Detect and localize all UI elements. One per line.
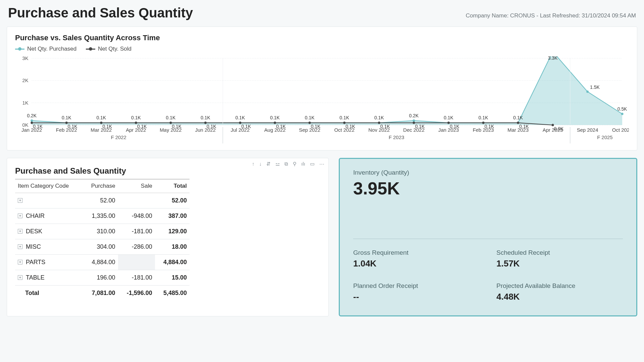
cell-code: DESK xyxy=(15,224,83,239)
svg-point-40 xyxy=(586,90,589,93)
svg-text:Jan 2023: Jan 2023 xyxy=(438,127,459,133)
svg-point-60 xyxy=(309,122,311,124)
drill-up-icon[interactable]: ↑ xyxy=(252,161,255,167)
col-code[interactable]: Item Category Code xyxy=(15,179,83,193)
svg-point-56 xyxy=(239,122,241,124)
category-table: Item Category Code Purchase Sale Total 5… xyxy=(15,179,190,301)
stats-icon[interactable]: ılı xyxy=(301,161,305,167)
kpi-divider xyxy=(353,239,623,239)
chart-legend: Net Qty. Purchased Net Qty. Sold xyxy=(15,46,629,52)
kpi-gross-req-value: 1.04K xyxy=(353,258,480,269)
cell-total-total: 5,485.00 xyxy=(155,286,190,301)
svg-point-8 xyxy=(31,119,33,122)
cell-total-sale: -1,596.00 xyxy=(118,286,155,301)
svg-point-74 xyxy=(552,124,554,126)
table-toolbar: ↑ ↓ ⇵ ⚍ ⧉ ⚲ ılı ▭ ⋯ xyxy=(252,161,324,167)
kpi-sched-rec-value: 1.57K xyxy=(496,258,623,269)
col-total[interactable]: Total xyxy=(155,179,190,193)
chart-title: Purchase vs. Sales Quantity Across Time xyxy=(15,34,629,42)
expand-icon[interactable] xyxy=(18,260,22,264)
focus-icon[interactable]: ▭ xyxy=(310,161,315,167)
cell-total: 387.00 xyxy=(155,208,190,224)
svg-text:Jun 2022: Jun 2022 xyxy=(195,127,216,133)
cell-sale xyxy=(118,255,155,270)
cell-total: 52.00 xyxy=(155,193,190,208)
expand-all-icon[interactable]: ⇵ xyxy=(266,161,271,167)
col-sale[interactable]: Sale xyxy=(118,179,155,193)
table-row[interactable]: DESK310.00-181.00129.00 xyxy=(15,224,190,239)
expand-icon[interactable] xyxy=(18,214,22,218)
kpi-inventory-label: Inventory (Quantity) xyxy=(353,169,623,176)
kpi-planned: Planned Order Receipt -- xyxy=(353,282,480,302)
svg-point-46 xyxy=(65,122,68,124)
kpi-sched-rec-label: Scheduled Receipt xyxy=(496,249,623,256)
svg-text:Jul 2022: Jul 2022 xyxy=(231,127,250,133)
expand-icon[interactable] xyxy=(18,244,22,249)
svg-text:Nov 2022: Nov 2022 xyxy=(368,127,390,133)
kpi-projected: Projected Available Balance 4.48K xyxy=(496,282,623,302)
svg-point-54 xyxy=(204,122,207,124)
expand-icon[interactable] xyxy=(18,275,22,280)
svg-point-58 xyxy=(274,122,276,124)
expand-icon[interactable] xyxy=(18,198,22,203)
col-purchase[interactable]: Purchase xyxy=(83,179,118,193)
expand-icon[interactable] xyxy=(18,229,22,234)
svg-text:0.5K: 0.5K xyxy=(618,106,627,112)
kpi-gross-req: Gross Requirement 1.04K xyxy=(353,249,480,269)
legend-item-purchased[interactable]: Net Qty. Purchased xyxy=(15,46,76,52)
cell-sale xyxy=(118,193,155,208)
cell-total: 129.00 xyxy=(155,224,190,239)
cell-code: MISC xyxy=(15,239,83,255)
svg-text:0.1K: 0.1K xyxy=(444,115,453,120)
more-options-icon[interactable]: ⋯ xyxy=(319,161,324,167)
svg-text:May 2022: May 2022 xyxy=(160,127,181,133)
kpi-gross-req-label: Gross Requirement xyxy=(353,249,480,256)
cell-code: CHAIR xyxy=(15,208,83,224)
table-card: ↑ ↓ ⇵ ⚍ ⧉ ⚲ ılı ▭ ⋯ Purchase and Sales Q… xyxy=(7,158,329,316)
svg-text:3K: 3K xyxy=(22,56,29,61)
svg-point-72 xyxy=(517,122,519,124)
table-row[interactable]: 52.0052.00 xyxy=(15,193,190,208)
svg-text:Sep 2022: Sep 2022 xyxy=(299,127,320,133)
kpi-inventory-value: 3.95K xyxy=(353,178,623,198)
svg-text:Mar 2022: Mar 2022 xyxy=(91,127,112,133)
company-info: Company Name: CRONUS - Last Refreshed: 3… xyxy=(466,12,636,19)
svg-text:0.1K: 0.1K xyxy=(270,115,280,120)
hierarchy-icon[interactable]: ⚍ xyxy=(275,161,280,167)
legend-item-sold[interactable]: Net Qty. Sold xyxy=(86,46,131,52)
svg-point-70 xyxy=(482,122,484,124)
chart-card: Purchase vs. Sales Quantity Across Time … xyxy=(7,26,637,150)
svg-point-66 xyxy=(413,122,415,124)
svg-text:0.1K: 0.1K xyxy=(374,115,384,120)
cell-code: PARTS xyxy=(15,255,83,270)
svg-point-52 xyxy=(169,122,172,124)
kpi-planned-label: Planned Order Receipt xyxy=(353,282,480,290)
cell-purchase: 52.00 xyxy=(83,193,118,208)
filter-icon[interactable]: ⚲ xyxy=(293,161,297,167)
drill-down-icon[interactable]: ↓ xyxy=(259,161,262,167)
table-row[interactable]: CHAIR1,335.00-948.00387.00 xyxy=(15,208,190,224)
svg-text:0.1K: 0.1K xyxy=(62,115,71,120)
svg-point-62 xyxy=(343,122,345,124)
svg-text:2K: 2K xyxy=(22,77,29,83)
cell-total-purchase: 7,081.00 xyxy=(83,286,118,301)
cell-purchase: 310.00 xyxy=(83,224,118,239)
svg-text:Oct 2024: Oct 2024 xyxy=(612,127,629,133)
svg-text:F 2022: F 2022 xyxy=(111,134,126,140)
svg-point-48 xyxy=(100,122,102,124)
copy-icon[interactable]: ⧉ xyxy=(284,161,288,167)
svg-text:F 2025: F 2025 xyxy=(597,134,612,140)
table-row[interactable]: MISC304.00-286.0018.00 xyxy=(15,239,190,255)
svg-point-30 xyxy=(413,119,415,122)
table-row[interactable]: PARTS4,884.004,884.00 xyxy=(15,255,190,270)
chart-plot-area[interactable]: 0K1K2K3K0.2K0.1K0.1K0.1K0.1K0.1K0.1K0.1K… xyxy=(15,56,629,143)
svg-point-64 xyxy=(378,122,380,124)
table-row[interactable]: TABLE196.00-181.0015.00 xyxy=(15,270,190,286)
svg-point-68 xyxy=(447,122,450,124)
legend-swatch-sold xyxy=(86,49,95,50)
kpi-planned-value: -- xyxy=(353,292,480,302)
cell-sale: -948.00 xyxy=(118,208,155,224)
svg-text:0.1K: 0.1K xyxy=(131,115,141,120)
cell-sale: -181.00 xyxy=(118,270,155,286)
table-title: Purchase and Sales Quantity xyxy=(15,166,320,176)
